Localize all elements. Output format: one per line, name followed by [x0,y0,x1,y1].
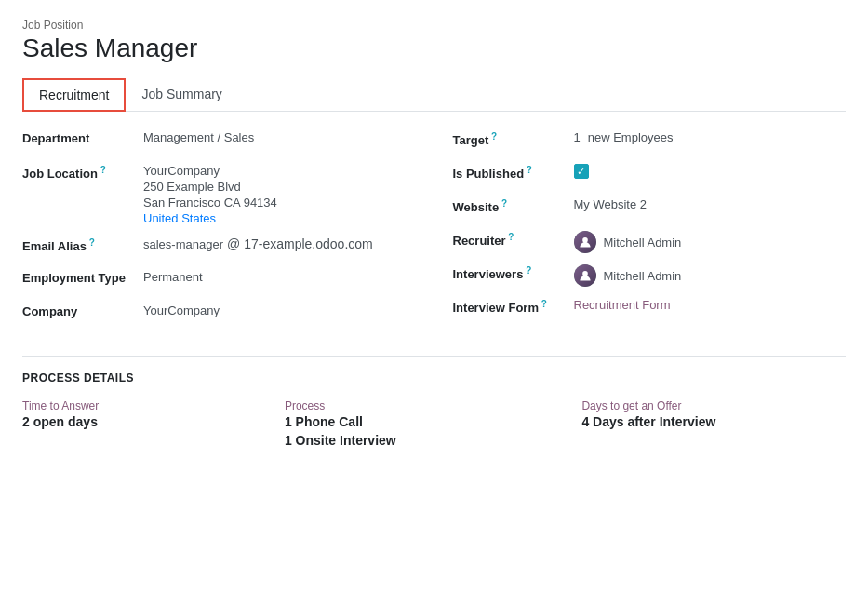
recruiter-value: Mitchell Admin [574,231,682,253]
job-location-label: Job Location ? [22,164,143,181]
company-value: YourCompany [143,303,220,317]
job-location-row: Job Location ? YourCompany 250 Example B… [22,164,416,225]
email-local: sales-manager [143,237,223,251]
is-published-help[interactable]: ? [524,165,532,175]
department-value: Management / Sales [143,130,254,144]
process-item: Process 1 Phone Call 1 Onsite Interview [285,399,526,448]
recruiter-row: Recruiter ? Mitchell Admin [453,231,847,253]
employment-type-row: Employment Type Permanent [22,270,416,292]
recruiter-avatar [574,231,596,253]
interview-form-label: Interview Form ? [453,298,574,315]
website-row: Website ? My Website 2 [453,197,847,220]
target-help[interactable]: ? [488,131,497,142]
job-location-help[interactable]: ? [98,165,106,175]
interviewer-name: Mitchell Admin [604,269,682,283]
is-published-row: Is Published ? ✓ [453,164,847,186]
email-domain: 17-example.odoo.com [244,236,373,251]
email-alias-row: Email Alias ? sales-manager @ 17-example… [22,236,416,259]
days-to-offer-value: 4 Days after Interview [581,414,846,429]
svg-point-0 [582,237,588,243]
target-row: Target ? 1 new Employees [453,130,847,153]
website-help[interactable]: ? [499,198,507,209]
address-city: San Francisco CA 94134 [143,195,277,209]
email-alias-value: sales-manager @ 17-example.odoo.com [143,236,373,251]
time-to-answer-item: Time to Answer 2 open days [22,399,229,448]
employment-type-label: Employment Type [22,270,143,285]
tab-recruitment[interactable]: Recruitment [22,78,126,112]
company-row: Company YourCompany [22,303,416,326]
page-title: Sales Manager [22,34,846,63]
target-suffix: new Employees [588,130,674,144]
job-position-label: Job Position [22,19,846,32]
days-to-offer-item: Days to get an Offer 4 Days after Interv… [581,399,846,448]
time-to-answer-value: 2 open days [22,414,229,429]
target-number: 1 [574,130,581,144]
form-grid: Department Management / Sales Job Locati… [22,130,846,337]
process-details-grid: Time to Answer 2 open days Process 1 Pho… [22,399,846,448]
process-value1: 1 Phone Call [285,414,526,429]
employment-type-value: Permanent [143,270,203,284]
interviewer-avatar [574,264,596,287]
right-column: Target ? 1 new Employees Is Published ? … [453,130,847,337]
department-label: Department [22,130,143,145]
process-label: Process [285,399,526,412]
svg-point-1 [582,271,588,276]
days-to-offer-label: Days to get an Offer [581,399,846,412]
company-label: Company [22,303,143,318]
recruiter-help[interactable]: ? [506,232,514,242]
interviewers-value: Mitchell Admin [574,264,682,287]
is-published-checkbox[interactable]: ✓ [574,164,589,179]
target-value-row: 1 new Employees [574,130,674,144]
interviewers-row: Interviewers ? Mitchell Admin [453,264,847,287]
is-published-label: Is Published ? [453,164,574,181]
email-at: @ [227,236,240,251]
interviewers-help[interactable]: ? [523,265,531,276]
process-details-section: PROCESS DETAILS Time to Answer 2 open da… [22,371,846,448]
address-company: YourCompany [143,164,277,178]
interview-form-value[interactable]: Recruitment Form [574,298,671,312]
interview-form-row: Interview Form ? Recruitment Form [453,298,847,320]
interviewers-label: Interviewers ? [453,264,574,281]
recruiter-name: Mitchell Admin [604,236,682,249]
interview-form-help[interactable]: ? [539,299,547,309]
tab-job-summary[interactable]: Job Summary [126,78,237,112]
website-value: My Website 2 [574,197,648,211]
email-alias-label: Email Alias ? [22,236,143,253]
time-to-answer-label: Time to Answer [22,399,229,412]
recruiter-label: Recruiter ? [453,231,574,248]
process-details-title: PROCESS DETAILS [22,371,846,384]
tabs-container: Recruitment Job Summary [22,78,846,112]
process-value2: 1 Onsite Interview [285,433,526,448]
target-label: Target ? [453,130,574,147]
website-label: Website ? [453,197,574,214]
address-street: 250 Example Blvd [143,180,277,194]
left-column: Department Management / Sales Job Locati… [22,130,416,337]
department-row: Department Management / Sales [22,130,416,153]
address-country[interactable]: United States [143,211,277,225]
email-alias-help[interactable]: ? [87,237,95,248]
process-divider [22,356,846,357]
job-location-address: YourCompany 250 Example Blvd San Francis… [143,164,277,225]
